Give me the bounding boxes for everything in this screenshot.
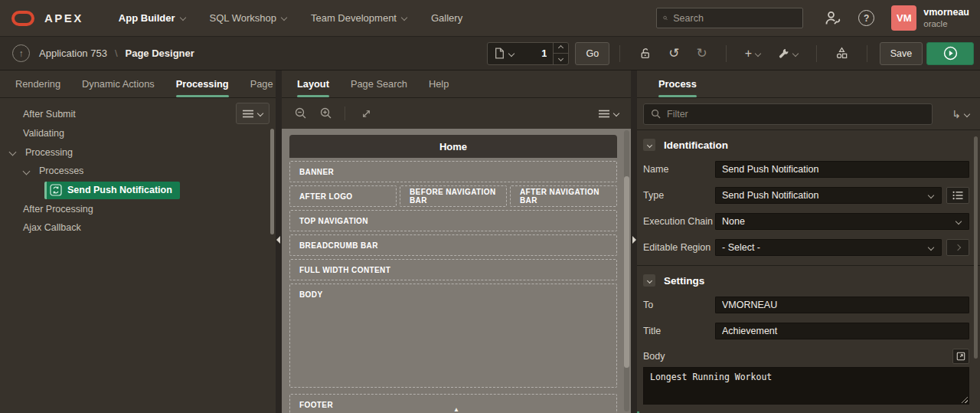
tree-item-ajax-callback[interactable]: Ajax Callback bbox=[0, 218, 276, 238]
processing-tree: After Submit Validating Processing Proce… bbox=[0, 98, 276, 238]
chevron-down-icon[interactable] bbox=[9, 149, 17, 156]
left-splitter[interactable] bbox=[276, 70, 282, 413]
collapse-section-button[interactable] bbox=[643, 139, 655, 151]
scroll-up-icon[interactable]: ▲ bbox=[453, 407, 459, 413]
region-body[interactable]: BODY bbox=[289, 284, 617, 388]
oracle-logo-icon[interactable] bbox=[11, 11, 34, 26]
layout-menu-button[interactable] bbox=[599, 110, 619, 118]
run-page-button[interactable] bbox=[926, 42, 974, 65]
canvas-scrollbar[interactable] bbox=[624, 130, 629, 411]
global-search bbox=[656, 8, 803, 28]
tab-page-search[interactable]: Page Search bbox=[351, 70, 407, 97]
utilities-menu-button[interactable] bbox=[777, 48, 798, 60]
editable-region-go-button[interactable] bbox=[946, 239, 969, 256]
play-icon bbox=[943, 46, 958, 61]
chevron-down-icon bbox=[281, 14, 287, 20]
wrench-icon bbox=[777, 48, 789, 60]
nav-gallery[interactable]: Gallery bbox=[419, 0, 475, 37]
go-button[interactable]: Go bbox=[575, 42, 609, 65]
user-org: oracle bbox=[923, 18, 969, 29]
region-top-navigation[interactable]: TOP NAVIGATION bbox=[289, 210, 617, 231]
region-after-logo[interactable]: AFTER LOGO bbox=[289, 185, 397, 207]
hamburger-icon bbox=[599, 110, 609, 118]
editable-region-select[interactable]: - Select - bbox=[715, 239, 942, 256]
tree-item-after-submit[interactable]: After Submit bbox=[0, 105, 276, 124]
tab-process[interactable]: Process bbox=[658, 70, 697, 97]
apex-brand[interactable]: APEX bbox=[44, 11, 83, 25]
type-quick-pick-button[interactable] bbox=[946, 187, 969, 204]
tab-page-shared-components[interactable]: Page Shared Compon bbox=[250, 70, 276, 97]
title-input[interactable] bbox=[715, 323, 969, 339]
page-title-region[interactable]: Home bbox=[289, 135, 617, 158]
return-icon: ↳ bbox=[952, 109, 961, 120]
region-after-navigation-bar[interactable]: AFTER NAVIGATION BAR bbox=[510, 185, 617, 207]
tree-item-processing[interactable]: Processing bbox=[0, 143, 276, 162]
page-number-input[interactable] bbox=[521, 43, 553, 64]
create-menu-button[interactable]: + bbox=[745, 48, 760, 60]
nav-sql-workshop[interactable]: SQL Workshop bbox=[198, 0, 299, 37]
code-editor-button[interactable] bbox=[952, 349, 969, 364]
tab-rendering[interactable]: Rendering bbox=[15, 70, 60, 97]
type-select[interactable]: Send Push Notification bbox=[715, 187, 942, 204]
right-panel-scrollbar[interactable] bbox=[974, 136, 978, 359]
layout-toolbar bbox=[282, 98, 631, 129]
collapse-right-icon[interactable] bbox=[632, 236, 636, 244]
tree-item-validating[interactable]: Validating bbox=[0, 124, 276, 143]
go-to-group-button[interactable]: ↳ bbox=[952, 109, 969, 120]
tree-item-processes[interactable]: Processes bbox=[0, 162, 276, 181]
to-input[interactable] bbox=[715, 297, 969, 313]
canvas-scrollbar-thumb[interactable] bbox=[624, 176, 629, 368]
property-filter-input[interactable] bbox=[667, 109, 925, 120]
zoom-in-button[interactable] bbox=[320, 107, 332, 120]
execution-chain-select[interactable]: None bbox=[715, 213, 969, 230]
tab-processing[interactable]: Processing bbox=[176, 70, 229, 97]
name-input[interactable] bbox=[715, 161, 969, 178]
field-to: To bbox=[643, 297, 969, 313]
tree-item-after-processing[interactable]: After Processing bbox=[0, 199, 276, 218]
chevron-down-icon[interactable] bbox=[23, 167, 31, 175]
expand-restore-button[interactable] bbox=[361, 108, 372, 120]
nav-app-builder[interactable]: App Builder bbox=[106, 0, 198, 37]
zoom-out-button[interactable] bbox=[295, 107, 307, 120]
tree-item-send-push-notification[interactable]: Send Push Notification bbox=[0, 181, 276, 200]
collapse-left-icon[interactable] bbox=[276, 236, 280, 244]
lock-page-button[interactable] bbox=[639, 47, 652, 60]
nav-team-development[interactable]: Team Development bbox=[299, 0, 419, 37]
region-before-navigation-bar[interactable]: BEFORE NAVIGATION BAR bbox=[400, 185, 507, 207]
tree-actions-menu-button[interactable] bbox=[236, 103, 270, 124]
region-breadcrumb-bar[interactable]: BREADCRUMB BAR bbox=[289, 234, 617, 256]
collapse-section-button[interactable] bbox=[643, 274, 655, 287]
search-icon bbox=[651, 109, 661, 119]
tab-layout[interactable]: Layout bbox=[297, 70, 329, 97]
user-menu[interactable]: VM vmorneau oracle bbox=[891, 5, 969, 31]
up-to-app-icon[interactable]: ↑ bbox=[12, 44, 30, 62]
list-icon bbox=[952, 191, 963, 200]
undo-button[interactable]: ↺ bbox=[668, 47, 679, 60]
open-editor-icon bbox=[956, 352, 965, 361]
save-button[interactable]: Save bbox=[880, 42, 923, 65]
right-panel-tabs: Process bbox=[637, 70, 980, 98]
center-panel-tabs: Layout Page Search Help bbox=[282, 70, 631, 98]
body-editor: Longest Running Workout bbox=[643, 367, 969, 405]
region-full-width-content[interactable]: FULL WIDTH CONTENT bbox=[289, 259, 617, 280]
redo-button[interactable]: ↻ bbox=[696, 47, 707, 60]
body-textarea[interactable]: Longest Running Workout bbox=[643, 367, 969, 405]
plus-icon: + bbox=[745, 48, 752, 60]
chevron-down-icon bbox=[928, 192, 934, 198]
step-up-button[interactable] bbox=[554, 43, 568, 54]
tab-dynamic-actions[interactable]: Dynamic Actions bbox=[82, 70, 155, 97]
page-finder-button[interactable] bbox=[488, 43, 521, 64]
left-panel-scrollbar[interactable] bbox=[270, 129, 274, 234]
admin-user-wrench-icon[interactable] bbox=[825, 10, 841, 27]
help-icon[interactable]: ? bbox=[858, 10, 874, 26]
global-search-input[interactable] bbox=[673, 13, 796, 24]
breadcrumb-application[interactable]: Application 753 bbox=[39, 48, 107, 59]
region-banner[interactable]: BANNER bbox=[289, 161, 617, 182]
component-view-button[interactable] bbox=[835, 47, 848, 60]
right-splitter[interactable] bbox=[631, 70, 637, 413]
tab-help[interactable]: Help bbox=[429, 70, 449, 97]
step-down-button[interactable] bbox=[554, 54, 568, 64]
page-number-stepper bbox=[553, 43, 568, 64]
breadcrumb-page-designer: Page Designer bbox=[126, 48, 194, 59]
zoom-out-icon bbox=[295, 107, 307, 120]
